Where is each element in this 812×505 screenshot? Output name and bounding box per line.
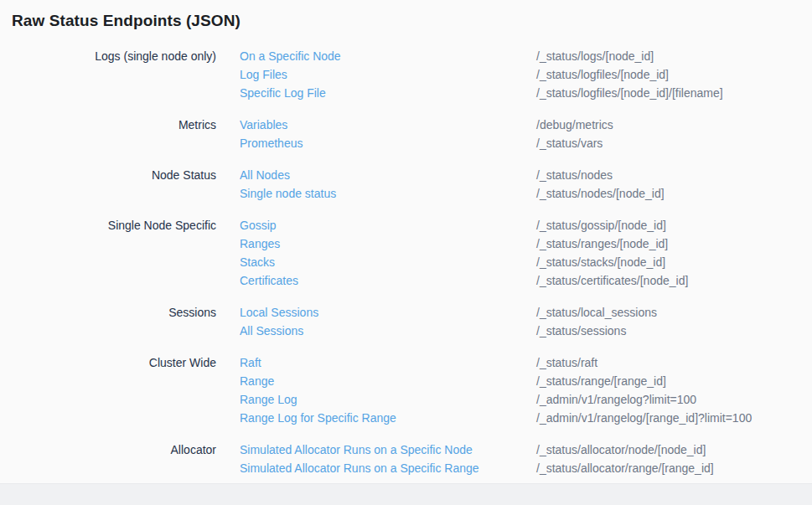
endpoint-path: /_admin/v1/rangelog?limit=100 xyxy=(536,390,800,409)
link-column: On a Specific NodeLog FilesSpecific Log … xyxy=(240,47,513,102)
endpoint-link[interactable]: Simulated Allocator Runs on a Specific R… xyxy=(240,459,513,477)
category-column: Sessions xyxy=(12,303,216,340)
link-column: GossipRangesStacksCertificates xyxy=(240,216,513,290)
endpoint-path: /_status/sessions xyxy=(536,322,800,340)
endpoint-path: /_admin/v1/rangelog/[range_id]?limit=100 xyxy=(536,409,800,427)
endpoint-link[interactable]: Stacks xyxy=(240,253,513,271)
path-column: /_status/allocator/node/[node_id]/_statu… xyxy=(536,441,800,477)
endpoint-link[interactable]: Variables xyxy=(240,116,513,134)
category-label: Cluster Wide xyxy=(12,353,216,372)
category-column: Allocator xyxy=(12,441,216,477)
link-column: All NodesSingle node status xyxy=(240,166,513,203)
endpoint-link[interactable]: Local Sessions xyxy=(240,303,513,322)
endpoint-link[interactable]: Single node status xyxy=(240,184,513,203)
endpoint-link[interactable]: Simulated Allocator Runs on a Specific N… xyxy=(240,441,513,459)
endpoint-path: /_status/ranges/[node_id] xyxy=(536,234,800,253)
link-column: VariablesPrometheus xyxy=(240,116,513,152)
footer-strip xyxy=(0,483,812,505)
endpoint-path: /_status/nodes/[node_id] xyxy=(536,184,800,203)
link-column: RaftRangeRange LogRange Log for Specific… xyxy=(240,353,513,427)
endpoint-path: /_status/allocator/range/[range_id] xyxy=(536,459,800,477)
path-column: /_status/nodes/_status/nodes/[node_id] xyxy=(536,166,800,203)
endpoint-link[interactable]: Raft xyxy=(240,353,513,372)
endpoint-path: /_status/logfiles/[node_id] xyxy=(536,65,800,84)
endpoint-path: /_status/logfiles/[node_id]/[filename] xyxy=(536,84,800,102)
endpoint-link[interactable]: Range Log xyxy=(240,390,513,409)
category-label: Single Node Specific xyxy=(12,216,216,234)
endpoint-link[interactable]: Range Log for Specific Range xyxy=(240,409,513,427)
path-column: /_status/gossip/[node_id]/_status/ranges… xyxy=(536,216,800,290)
endpoint-group: Node StatusAll NodesSingle node status/_… xyxy=(12,166,800,203)
category-column: Cluster Wide xyxy=(12,353,216,427)
endpoint-link[interactable]: Ranges xyxy=(240,234,513,253)
endpoint-path: /_status/raft xyxy=(536,353,800,372)
endpoint-path: /_status/allocator/node/[node_id] xyxy=(536,441,800,459)
link-column: Simulated Allocator Runs on a Specific N… xyxy=(240,441,513,477)
endpoint-group: SessionsLocal SessionsAll Sessions/_stat… xyxy=(12,303,800,340)
category-column: Node Status xyxy=(12,166,216,203)
endpoint-group: Logs (single node only)On a Specific Nod… xyxy=(12,47,800,102)
path-column: /_status/local_sessions/_status/sessions xyxy=(536,303,800,340)
endpoint-path: /_status/range/[range_id] xyxy=(536,372,800,390)
endpoint-link[interactable]: All Sessions xyxy=(240,322,513,340)
endpoint-path: /_status/logs/[node_id] xyxy=(536,47,800,65)
endpoint-group: AllocatorSimulated Allocator Runs on a S… xyxy=(12,441,800,477)
endpoint-link[interactable]: All Nodes xyxy=(240,166,513,184)
endpoint-group: MetricsVariablesPrometheus/debug/metrics… xyxy=(12,116,800,152)
page-title: Raw Status Endpoints (JSON) xyxy=(12,11,800,31)
endpoint-link[interactable]: Gossip xyxy=(240,216,513,234)
category-label: Metrics xyxy=(12,116,216,134)
endpoint-path: /_status/stacks/[node_id] xyxy=(536,253,800,271)
endpoint-group: Single Node SpecificGossipRangesStacksCe… xyxy=(12,216,800,290)
path-column: /_status/raft/_status/range/[range_id]/_… xyxy=(536,353,800,427)
link-column: Local SessionsAll Sessions xyxy=(240,303,513,340)
category-column: Logs (single node only) xyxy=(12,47,216,102)
endpoint-link[interactable]: Certificates xyxy=(240,271,513,290)
category-column: Metrics xyxy=(12,116,216,152)
endpoint-link[interactable]: Specific Log File xyxy=(240,84,513,102)
path-column: /debug/metrics/_status/vars xyxy=(536,116,800,152)
endpoint-path: /_status/vars xyxy=(536,134,800,152)
category-label: Logs (single node only) xyxy=(12,47,216,65)
category-label: Allocator xyxy=(12,441,216,459)
endpoint-link[interactable]: On a Specific Node xyxy=(240,47,513,65)
category-label: Node Status xyxy=(12,166,216,184)
endpoint-path: /_status/local_sessions xyxy=(536,303,800,322)
endpoint-table: Logs (single node only)On a Specific Nod… xyxy=(12,47,800,477)
endpoint-path: /_status/gossip/[node_id] xyxy=(536,216,800,234)
category-label: Sessions xyxy=(12,303,216,322)
debug-page: Raw Status Endpoints (JSON) Logs (single… xyxy=(0,0,812,477)
endpoint-path: /_status/nodes xyxy=(536,166,800,184)
endpoint-link[interactable]: Prometheus xyxy=(240,134,513,152)
endpoint-path: /debug/metrics xyxy=(536,116,800,134)
endpoint-group: Cluster WideRaftRangeRange LogRange Log … xyxy=(12,353,800,427)
endpoint-link[interactable]: Range xyxy=(240,372,513,390)
endpoint-link[interactable]: Log Files xyxy=(240,65,513,84)
path-column: /_status/logs/[node_id]/_status/logfiles… xyxy=(536,47,800,102)
category-column: Single Node Specific xyxy=(12,216,216,290)
endpoint-path: /_status/certificates/[node_id] xyxy=(536,271,800,290)
